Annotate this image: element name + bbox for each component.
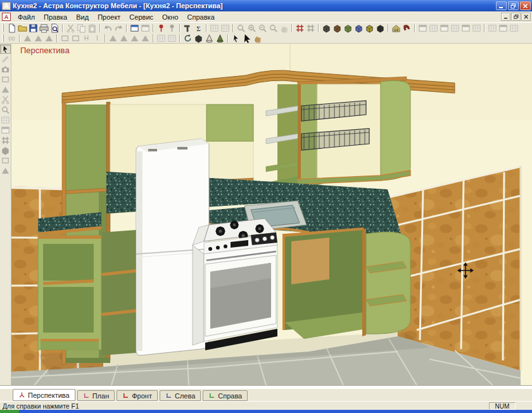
print-button[interactable] [39, 23, 49, 33]
snap-grid-button[interactable] [294, 23, 305, 33]
select-add-button[interactable] [241, 34, 252, 43]
pan-view-button [279, 23, 289, 33]
redo-icon [114, 23, 124, 33]
toolbar-separator [19, 34, 20, 42]
camera-view-icon [1, 65, 10, 74]
base-cabinet-corner[interactable] [282, 227, 410, 339]
open-shelf-lower-left[interactable] [101, 230, 136, 355]
tab-plan[interactable]: План [77, 390, 115, 401]
save-project-button[interactable] [28, 23, 39, 33]
print-preview-button[interactable] [49, 23, 60, 33]
kitchen-scene[interactable] [11, 44, 532, 385]
document-icon[interactable]: А [2, 13, 11, 21]
toolbar-separator [232, 24, 234, 32]
view-tabs: ПерспективаПланФронтСлеваСправа [0, 388, 532, 401]
tab-front[interactable]: Фронт [117, 390, 158, 401]
select-add-icon [242, 34, 251, 43]
cut-icon [66, 23, 75, 33]
draw-poly-button [0, 85, 11, 94]
taskbar-strip[interactable] [19, 410, 532, 413]
menu-item-view[interactable]: Вид [72, 12, 93, 22]
menu-item-edit[interactable]: Правка [39, 12, 72, 22]
status-bar: Для справки нажмите F1 NUM [0, 401, 532, 410]
select-object-icon [231, 34, 241, 43]
select-cursor-button[interactable] [0, 44, 11, 54]
paste-button [87, 23, 98, 33]
status-help-text: Для справки нажмите F1 [3, 402, 489, 410]
display-shaded-button[interactable] [215, 34, 225, 43]
display-wireframe-button[interactable] [204, 34, 215, 43]
paste-icon [87, 23, 97, 33]
align-middle-button [33, 34, 44, 43]
toolbar-separator [99, 24, 101, 32]
coords-00-icon [7, 34, 16, 43]
minimize-button[interactable] [496, 1, 507, 10]
report-window-4-icon [450, 23, 460, 33]
order-contact-icon [402, 23, 412, 33]
grid-settings-icon [306, 23, 315, 33]
calc-sum-icon [194, 23, 203, 33]
open-project-button[interactable] [17, 23, 28, 33]
menu-item-file[interactable]: Файл [13, 12, 39, 22]
tab-left[interactable]: Слева [160, 390, 201, 401]
menu-item-help[interactable]: Справка [183, 12, 219, 22]
view-material-blue-button[interactable] [353, 23, 364, 33]
order-contact-button[interactable] [402, 23, 412, 33]
child-close-button[interactable] [521, 13, 531, 21]
toolbar-grip[interactable] [2, 24, 4, 32]
export-2-button [498, 23, 509, 33]
view-material-olive-button[interactable] [364, 23, 375, 33]
panel-d-button [0, 146, 11, 155]
calc-sum-button[interactable] [193, 23, 204, 33]
select-object-button[interactable] [231, 34, 241, 43]
print-icon [39, 23, 49, 33]
tab-right[interactable]: Справа [203, 390, 248, 401]
snap-grid-icon [295, 23, 305, 33]
tools-button[interactable] [182, 23, 193, 33]
view-material-black-button[interactable] [375, 23, 386, 33]
menu-item-window[interactable]: Окно [158, 12, 183, 22]
nudge-right-button [129, 34, 140, 43]
menu-item-service[interactable]: Сервис [125, 12, 158, 22]
room-materials-button[interactable] [391, 23, 402, 33]
maximize-button[interactable] [508, 1, 519, 10]
view-material-brown-button[interactable] [332, 23, 343, 33]
report-window-6-icon [472, 23, 481, 33]
base-cabinet-left[interactable] [38, 236, 101, 350]
project-window-button[interactable] [129, 23, 140, 33]
view-material-brown-icon [332, 23, 342, 33]
panel-b-icon [1, 125, 10, 135]
export-3-button [509, 23, 519, 33]
viewport-3d[interactable]: Перспектива [11, 44, 532, 385]
new-document-button[interactable] [6, 23, 17, 33]
report-window-6-button [471, 23, 482, 33]
report-window-5-button [460, 23, 471, 33]
fridge-handle-lower [177, 147, 187, 149]
page-move-button[interactable] [252, 34, 263, 43]
app-icon: А [2, 2, 11, 10]
view-material-dark-button[interactable] [321, 23, 332, 33]
export-1-icon [488, 23, 497, 33]
child-minimize-button[interactable] [501, 13, 510, 21]
export-3-icon [509, 23, 519, 33]
toolbar-separator [104, 34, 106, 42]
project-window-alt-button [140, 23, 151, 33]
open-project-icon [18, 23, 27, 33]
nudge-right-icon [130, 34, 139, 43]
spec-table-2-icon [220, 23, 230, 33]
menu-item-project[interactable]: Проект [93, 12, 125, 22]
align-bottom-button [44, 34, 54, 43]
tab-perspective[interactable]: Перспектива [13, 389, 75, 401]
display-solid-button[interactable] [193, 34, 204, 43]
pin-marker-button[interactable] [156, 23, 167, 33]
new-document-icon [7, 23, 16, 33]
orbit-view-button[interactable] [182, 34, 193, 43]
view-material-green-button[interactable] [343, 23, 353, 33]
upper-cabinet-right[interactable] [298, 77, 410, 184]
close-button[interactable] [520, 1, 531, 10]
toolbar-grip[interactable] [2, 34, 4, 42]
child-restore-button[interactable] [511, 13, 521, 21]
start-button-edge[interactable] [0, 410, 19, 413]
fridge-handle-upper [148, 149, 157, 151]
panel-a-button [0, 115, 11, 125]
